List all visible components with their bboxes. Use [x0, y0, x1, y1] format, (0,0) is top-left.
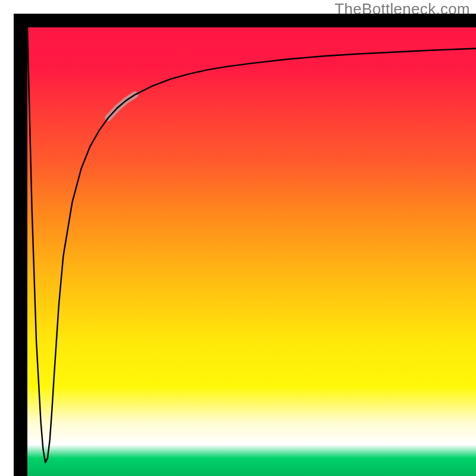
chart-curve-svg [27, 27, 476, 476]
bottleneck-curve [27, 27, 476, 462]
chart-plot-area [14, 14, 476, 476]
